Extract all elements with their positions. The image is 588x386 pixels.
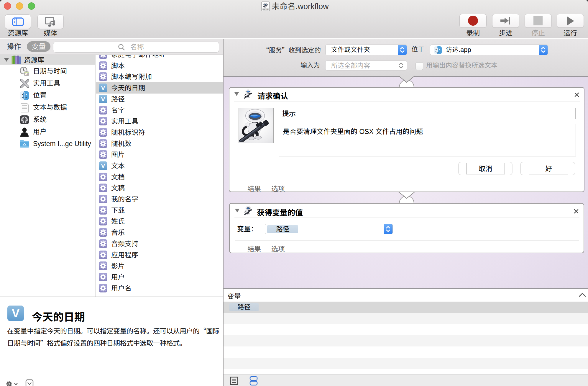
svg-text:WFLOW: WFLOW (263, 9, 268, 10)
svg-text:18: 18 (25, 73, 28, 76)
